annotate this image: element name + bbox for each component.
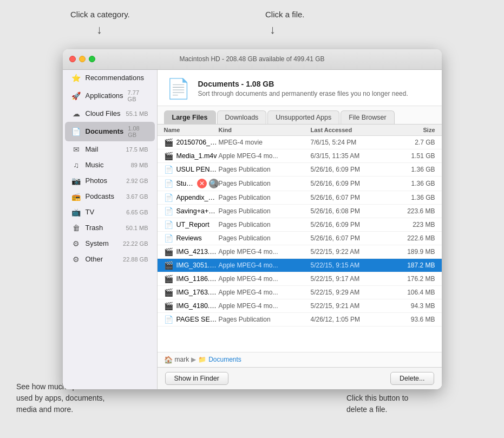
- file-size: 1.51 GB: [392, 152, 435, 160]
- sidebar: ⭐ Recommendations 🚀 Applications 7.77 GB…: [63, 70, 158, 389]
- file-size: 94.3 MB: [392, 302, 435, 310]
- tab-unsupported-apps[interactable]: Unsupported Apps: [267, 110, 339, 124]
- file-type-icon: 🎬: [164, 274, 173, 283]
- file-name: Reviews: [176, 234, 202, 242]
- file-date: 5/26/16, 6:08 PM: [311, 207, 392, 215]
- file-size: 1.36 GB: [392, 180, 435, 187]
- file-row[interactable]: 📄 Saving+a+Bookmark Pages Publication 5/…: [158, 205, 442, 218]
- file-kind: MPEG-4 movie: [219, 139, 311, 146]
- file-row[interactable]: 📄 PAGES SECOND PICS Pages Publication 4/…: [158, 313, 442, 326]
- tab-file-browser[interactable]: File Browser: [341, 110, 394, 124]
- detail-info: Documents - 1.08 GB Sort through documen…: [198, 80, 408, 97]
- delete-button[interactable]: Delete...: [390, 372, 434, 385]
- sidebar-label-photos: Photos: [86, 176, 122, 185]
- file-type-icon: 🎬: [164, 288, 173, 297]
- sidebar-label-system: System: [86, 239, 119, 247]
- file-date: 5/26/16, 6:09 PM: [311, 221, 392, 228]
- file-kind: Pages Publication: [219, 234, 311, 242]
- sidebar-item-documents[interactable]: 📄 Documents 1.08 GB: [65, 122, 155, 141]
- file-name-cell: 🎬 IMG_1186.m4v: [164, 274, 219, 283]
- sidebar-item-photos[interactable]: 📷 Photos 2.92 GB: [65, 173, 155, 188]
- file-name-cell: 📄 Saving+a+Bookmark: [164, 207, 219, 215]
- file-name-cell: 🎬 Media_1.m4v: [164, 152, 219, 160]
- file-name: 20150706_170342.mp4: [176, 139, 219, 146]
- tab-large-files[interactable]: Large Files: [164, 110, 216, 124]
- file-name-cell: 📄 PAGES SECOND PICS: [164, 315, 219, 324]
- file-row[interactable]: 🎬 IMG_4180.m4v Apple MPEG-4 mo... 5/22/1…: [158, 299, 442, 313]
- file-size: 187.2 MB: [392, 262, 435, 269]
- file-size: 223 MB: [392, 221, 435, 228]
- tab-bar: Large FilesDownloadsUnsupported AppsFile…: [158, 106, 442, 125]
- breadcrumb-sep: ▶: [191, 356, 196, 363]
- file-row[interactable]: 📄 USUL PENELITIAN (HENDRI) Pages Publica…: [158, 163, 442, 176]
- sidebar-size-tv: 6.65 GB: [126, 209, 148, 215]
- sidebar-item-podcasts[interactable]: 📻 Podcasts 3.67 GB: [65, 189, 155, 204]
- sidebar-icon-music: ♫: [71, 161, 81, 169]
- file-name-cell: 📄 Reviews: [164, 234, 219, 243]
- search-row-icon[interactable]: 🔍: [209, 179, 219, 188]
- file-row[interactable]: 🎬 20150706_170342.mp4 MPEG-4 movie 7/6/1…: [158, 136, 442, 149]
- sidebar-icon-podcasts: 📻: [71, 192, 81, 201]
- file-kind: Apple MPEG-4 mo...: [219, 275, 311, 283]
- file-date: 5/22/15, 9:17 AM: [311, 275, 392, 283]
- sidebar-size-mail: 17.5 MB: [126, 146, 148, 153]
- breadcrumb-folder[interactable]: 📁 Documents: [198, 356, 241, 363]
- file-size: 189.9 MB: [392, 248, 435, 256]
- file-date: 5/26/16, 6:07 PM: [311, 234, 392, 242]
- col-kind: Kind: [219, 127, 311, 133]
- file-row[interactable]: 🎬 Media_1.m4v Apple MPEG-4 mo... 6/3/15,…: [158, 149, 442, 163]
- detail-title: Documents - 1.08 GB: [198, 80, 408, 88]
- file-row[interactable]: 📄 Appendix_O_Rev7-03 Pages Publication 5…: [158, 191, 442, 205]
- sidebar-size-system: 22.22 GB: [123, 240, 148, 247]
- file-kind: Apple MPEG-4 mo...: [219, 262, 311, 269]
- sidebar-item-system[interactable]: ⚙ System 22.22 GB: [65, 236, 155, 251]
- sidebar-size-music: 89 MB: [131, 162, 148, 168]
- annotation-category: Click a category.: [70, 10, 130, 19]
- file-kind: Pages Publication: [219, 166, 311, 173]
- file-row[interactable]: 📄 Stuffed Chicken Breast.pages ✕ 🔍 Pages…: [158, 176, 442, 191]
- minimize-button[interactable]: [79, 56, 86, 62]
- sidebar-item-mail[interactable]: ✉ Mail 17.5 MB: [65, 142, 155, 157]
- file-kind: Apple MPEG-4 mo...: [219, 302, 311, 310]
- file-name-cell: 🎬 20150706_170342.mp4: [164, 138, 219, 147]
- sidebar-label-applications: Applications: [86, 91, 123, 100]
- file-size: 93.6 MB: [392, 316, 435, 323]
- sidebar-item-other[interactable]: ⚙ Other 22.88 GB: [65, 252, 155, 267]
- sidebar-icon-trash: 🗑: [71, 224, 81, 232]
- sidebar-item-trash[interactable]: 🗑 Trash 50.1 MB: [65, 220, 155, 236]
- close-button[interactable]: [69, 56, 76, 62]
- sidebar-item-recommendations[interactable]: ⭐ Recommendations: [65, 70, 155, 86]
- file-row[interactable]: 🎬 IMG_4213.m4v Apple MPEG-4 mo... 5/22/1…: [158, 245, 442, 259]
- sidebar-item-music[interactable]: ♫ Music 89 MB: [65, 158, 155, 173]
- sidebar-item-applications[interactable]: 🚀 Applications 7.77 GB: [65, 86, 155, 106]
- maximize-button[interactable]: [89, 56, 95, 62]
- sidebar-label-trash: Trash: [86, 224, 122, 232]
- show-in-finder-button[interactable]: Show in Finder: [165, 372, 228, 385]
- sidebar-item-tv[interactable]: 📺 TV 6.65 GB: [65, 205, 155, 220]
- sidebar-size-applications: 7.77 GB: [128, 89, 148, 102]
- file-type-icon: 📄: [164, 234, 173, 243]
- file-row[interactable]: 📄 UT_Report Pages Publication 5/26/16, 6…: [158, 218, 442, 232]
- file-row[interactable]: 🎬 IMG_1763.m4v Apple MPEG-4 mo... 5/22/1…: [158, 286, 442, 299]
- close-row-icon[interactable]: ✕: [197, 179, 207, 188]
- file-name: IMG_4180.m4v: [176, 302, 219, 310]
- file-row[interactable]: 🎬 IMG_3051.m4v Apple MPEG-4 mo... 5/22/1…: [158, 259, 442, 272]
- breadcrumb-folder-label: Documents: [208, 356, 241, 363]
- file-row[interactable]: 🎬 IMG_1186.m4v Apple MPEG-4 mo... 5/22/1…: [158, 272, 442, 286]
- file-date: 5/26/16, 6:09 PM: [311, 180, 392, 187]
- breadcrumb: 🏠 mark ▶ 📁 Documents: [158, 352, 442, 367]
- file-kind: Pages Publication: [219, 316, 311, 323]
- main-window: Macintosh HD - 208.48 GB available of 49…: [63, 49, 442, 389]
- file-kind: Pages Publication: [219, 194, 311, 201]
- file-name-cell: 🎬 IMG_4213.m4v: [164, 247, 219, 256]
- file-size: 222.6 MB: [392, 234, 435, 242]
- sidebar-icon-applications: 🚀: [71, 91, 81, 100]
- file-type-icon: 🎬: [164, 152, 173, 160]
- sidebar-item-cloud-files[interactable]: ☁ Cloud Files 55.1 MB: [65, 106, 155, 121]
- file-date: 5/22/15, 9:29 AM: [311, 289, 392, 296]
- file-name: IMG_1763.m4v: [176, 289, 219, 296]
- sidebar-size-cloud-files: 55.1 MB: [126, 110, 148, 117]
- file-name-cell: 📄 UT_Report: [164, 220, 219, 229]
- file-row[interactable]: 📄 Reviews Pages Publication 5/26/16, 6:0…: [158, 232, 442, 245]
- tab-downloads[interactable]: Downloads: [217, 110, 267, 124]
